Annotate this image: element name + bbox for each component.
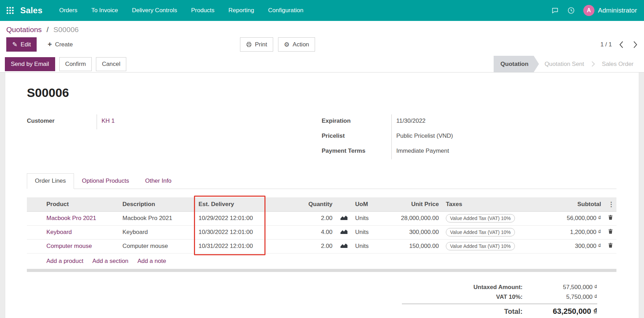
send-by-email-button[interactable]: Send by Email: [5, 57, 55, 71]
pencil-icon: ✎: [12, 41, 17, 48]
est-delivery-column-header[interactable]: Est. Delivery: [195, 197, 264, 211]
add-a-section-link[interactable]: Add a section: [92, 258, 128, 265]
table-row[interactable]: Keyboard Keyboard 10/30/2022 12:01:00 4.…: [27, 225, 616, 239]
forecast-column-header: [336, 197, 352, 211]
product-link[interactable]: Keyboard: [46, 229, 72, 235]
messages-button[interactable]: [551, 7, 559, 14]
subtotal-cell: 56,000,000 ₫: [545, 211, 605, 225]
pager-counter: 1 / 1: [600, 41, 612, 48]
row-handle-cell: [27, 239, 43, 253]
edit-button-label: Edit: [21, 41, 31, 48]
description-cell: Macbook Pro 2021: [119, 211, 195, 225]
pager-previous-button[interactable]: [619, 41, 624, 48]
nav-item-orders[interactable]: Orders: [59, 0, 77, 21]
nav-item-delivery-controls[interactable]: Delivery Controls: [132, 0, 177, 21]
quotation-number-title: S00006: [27, 86, 616, 100]
nav-item-to-invoice[interactable]: To Invoice: [91, 0, 118, 21]
est-delivery-cell: 10/31/2022 12:01:00: [195, 239, 264, 253]
pager: 1 / 1: [600, 41, 638, 48]
optional-columns-toggle-icon[interactable]: ⋮: [608, 200, 613, 208]
total-row: Total: 63,250,000 ₫: [402, 304, 597, 317]
apps-menu-button[interactable]: [0, 0, 20, 21]
pricelist-value: Public Pricelist (VND): [391, 129, 616, 144]
navbar-right: A Administrator: [551, 5, 637, 16]
product-link[interactable]: Computer mouse: [46, 243, 92, 249]
pricelist-label: Pricelist: [322, 129, 391, 144]
tab-optional-products[interactable]: Optional Products: [74, 173, 137, 189]
product-column-header[interactable]: Product: [43, 197, 119, 211]
untaxed-amount-row: Untaxed Amount: 57,500,000 ₫: [402, 282, 597, 292]
main-menu: Orders To Invoice Delivery Controls Prod…: [59, 0, 304, 21]
create-button[interactable]: + Create: [42, 37, 78, 52]
nav-item-products[interactable]: Products: [191, 0, 215, 21]
chevron-right-icon: [633, 41, 638, 48]
quantity-cell: 2.00: [264, 211, 336, 225]
breadcrumb-quotations-link[interactable]: Quotations: [6, 25, 42, 33]
quantity-column-header[interactable]: Quantity: [264, 197, 336, 211]
nav-item-reporting[interactable]: Reporting: [229, 0, 254, 21]
tax-tag: Value Added Tax (VAT) 10%: [446, 214, 515, 222]
edit-button[interactable]: ✎ Edit: [6, 37, 37, 52]
subtotal-column-header[interactable]: Subtotal: [545, 197, 605, 211]
action-button[interactable]: ⚙ Action: [278, 37, 315, 52]
order-lines-table-wrap: Product Description Est. Delivery Quanti…: [27, 197, 616, 272]
confirm-button[interactable]: Confirm: [59, 57, 92, 71]
status-step-sales-order[interactable]: Sales Order: [596, 56, 639, 72]
plus-icon: +: [47, 40, 52, 48]
totals-block: Untaxed Amount: 57,500,000 ₫ VAT 10%: 5,…: [402, 282, 597, 317]
breadcrumb: Quotations / S00006: [0, 21, 644, 35]
print-button-label: Print: [255, 41, 267, 48]
total-label: Total:: [504, 308, 523, 316]
uom-cell: Units: [352, 239, 387, 253]
status-step-quotation[interactable]: Quotation: [494, 56, 539, 72]
quantity-cell: 4.00: [264, 225, 336, 239]
unit-price-cell: 28,000,000.00: [387, 211, 442, 225]
status-step-quotation-sent[interactable]: Quotation Sent: [539, 56, 590, 72]
unit-price-column-header[interactable]: Unit Price: [387, 197, 442, 211]
app-name[interactable]: Sales: [20, 6, 43, 15]
customer-value-link[interactable]: KH 1: [102, 118, 115, 124]
taxes-column-header[interactable]: Taxes: [442, 197, 545, 211]
delete-row-icon[interactable]: [608, 242, 613, 248]
chat-bubble-icon: [551, 7, 559, 14]
action-button-label: Action: [293, 41, 309, 48]
forecast-chart-icon[interactable]: [340, 215, 347, 220]
notebook-tabs: Order Lines Optional Products Other Info: [27, 173, 616, 189]
print-button[interactable]: Print: [240, 37, 273, 52]
forecast-chart-icon[interactable]: [340, 229, 347, 234]
est-delivery-cell: 10/30/2022 12:01:00: [195, 225, 264, 239]
gear-icon: ⚙: [284, 41, 290, 48]
delete-row-icon[interactable]: [608, 214, 613, 220]
uom-column-header[interactable]: UoM: [352, 197, 387, 211]
control-panel: ✎ Edit + Create Print ⚙ Action 1 / 1: [0, 35, 644, 56]
pager-next-button[interactable]: [633, 41, 638, 48]
product-link[interactable]: Macbook Pro 2021: [46, 215, 96, 221]
description-column-header[interactable]: Description: [119, 197, 195, 211]
handle-column-header: [27, 197, 43, 211]
table-row[interactable]: Macbook Pro 2021 Macbook Pro 2021 10/29/…: [27, 211, 616, 225]
payment-terms-label: Payment Terms: [322, 144, 391, 159]
add-a-note-link[interactable]: Add a note: [137, 258, 166, 265]
subtotal-cell: 300,000 ₫: [545, 239, 605, 253]
add-a-product-link[interactable]: Add a product: [46, 258, 83, 265]
printer-icon: [246, 41, 252, 47]
tab-order-lines[interactable]: Order Lines: [27, 173, 74, 189]
chevron-left-icon: [619, 41, 624, 48]
table-row[interactable]: Computer mouse Computer mouse 10/31/2022…: [27, 239, 616, 253]
form-view-area: S00006 Customer KH 1 Expiration 11/30/20…: [0, 73, 644, 318]
breadcrumb-current: S00006: [53, 25, 78, 33]
vat-row: VAT 10%: 5,750,000 ₫: [402, 292, 597, 302]
status-pipeline: Quotation Quotation Sent Sales Order: [494, 56, 644, 72]
tab-other-info[interactable]: Other Info: [137, 173, 180, 189]
cancel-button[interactable]: Cancel: [96, 57, 126, 71]
delete-row-icon[interactable]: [608, 228, 613, 234]
activities-button[interactable]: [567, 7, 575, 14]
user-menu[interactable]: A Administrator: [583, 5, 637, 16]
forecast-chart-icon[interactable]: [340, 243, 347, 248]
status-chevron-icon: [590, 61, 595, 67]
unit-price-cell: 150,000.00: [387, 239, 442, 253]
list-footer-links: Add a product Add a section Add a note: [27, 253, 616, 269]
expiration-value: 11/30/2022: [391, 114, 616, 129]
nav-item-configuration[interactable]: Configuration: [268, 0, 303, 21]
uom-cell: Units: [352, 211, 387, 225]
